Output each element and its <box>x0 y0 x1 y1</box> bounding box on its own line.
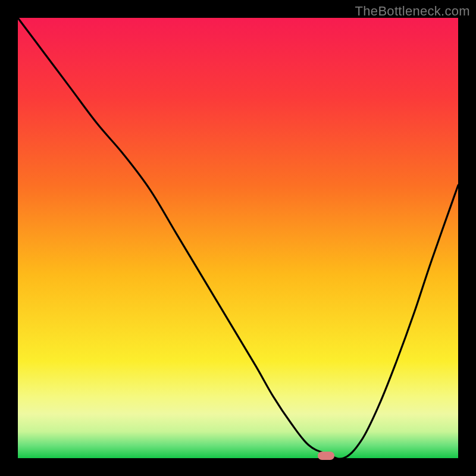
bottleneck-curve <box>18 18 458 458</box>
optimal-point-marker <box>318 452 334 460</box>
watermark-text: TheBottleneck.com <box>355 4 470 19</box>
plot-area <box>18 18 458 458</box>
chart-frame: TheBottleneck.com <box>0 0 476 476</box>
